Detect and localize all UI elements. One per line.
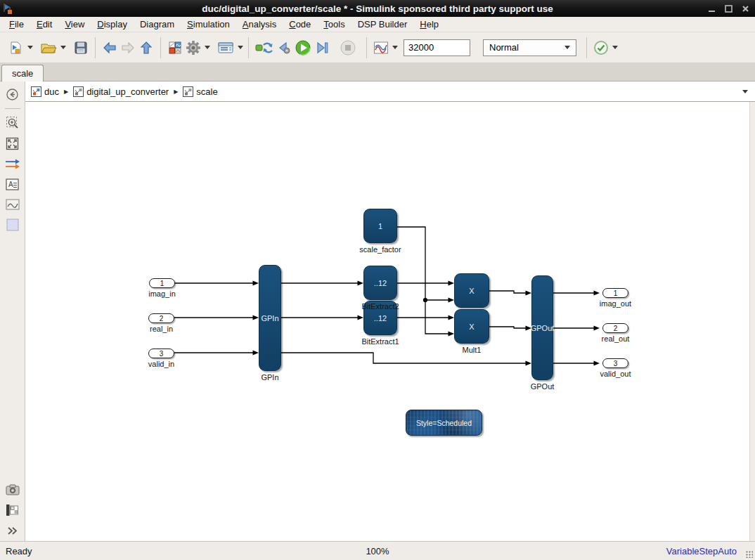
valid_out-label: valid_out [567, 370, 665, 378]
screenshot-camera-icon [6, 484, 20, 495]
area-tool[interactable] [5, 217, 20, 233]
wire-arrowhead [449, 298, 455, 303]
screenshot-tool[interactable] [5, 482, 20, 497]
status-bar: Ready 100% VariableStepAuto [0, 541, 755, 560]
open-button[interactable] [39, 37, 58, 59]
fit-to-view-tool[interactable] [5, 136, 20, 151]
zoom-level: 100% [366, 546, 389, 556]
hide-browser-button[interactable] [5, 86, 20, 102]
imag_in-label: imag_in [113, 289, 212, 298]
breadcrumb-dropdown[interactable] [742, 90, 748, 93]
chevron-down-icon[interactable] [27, 46, 33, 49]
breadcrumb-item-scale[interactable]: scale [183, 86, 217, 97]
scope-viewer-button[interactable] [372, 37, 390, 59]
sim-mode-select[interactable]: Normal [483, 39, 576, 56]
close-button[interactable] [741, 4, 749, 13]
wire[interactable] [489, 291, 527, 293]
wires-layer [25, 102, 755, 541]
save-button[interactable] [72, 37, 90, 59]
step-back-button[interactable] [275, 37, 293, 59]
navigate-back-button[interactable] [101, 37, 119, 59]
breadcrumb-item-digital_up_converter[interactable]: digital_up_converter [73, 86, 169, 97]
breadcrumb-label: duc [44, 86, 59, 97]
tab-scale[interactable]: scale [1, 65, 44, 82]
menu-bar: FileEditViewDisplayDiagramSimulationAnal… [0, 17, 755, 32]
model-config-button[interactable] [216, 37, 235, 59]
wire-arrowhead [253, 351, 259, 356]
route-arrows-icon [5, 158, 20, 169]
menu-edit[interactable]: Edit [30, 18, 58, 31]
library-browser-button[interactable] [166, 37, 184, 59]
stop-time-input[interactable] [404, 39, 470, 56]
save-icon [74, 41, 88, 55]
run-button[interactable] [293, 37, 313, 59]
tab-bar: scale [0, 63, 755, 82]
minimize-button[interactable] [707, 4, 716, 13]
wire-arrowhead [449, 315, 455, 320]
imag_out-label: imag_out [567, 299, 665, 308]
wire[interactable] [489, 327, 527, 328]
menu-simulation[interactable]: Simulation [181, 18, 236, 31]
step-forward-button[interactable] [313, 37, 331, 59]
menu-diagram[interactable]: Diagram [134, 18, 181, 31]
library-link-icon [6, 504, 19, 516]
model-config-icon [217, 41, 234, 55]
expand-palette-button[interactable] [5, 523, 20, 538]
menu-help[interactable]: Help [413, 18, 445, 31]
toolbar: Normal [0, 32, 755, 63]
chevron-down-icon[interactable] [612, 46, 618, 49]
annotation-tool[interactable]: A [5, 176, 20, 192]
GPIn-label: GPIn [221, 373, 319, 382]
navigate-forward-button[interactable] [119, 37, 137, 59]
model-icon [73, 86, 84, 97]
svg-text:A: A [8, 181, 13, 188]
menu-dsp-builder[interactable]: DSP Builder [351, 18, 414, 31]
chevron-down-icon[interactable] [392, 46, 398, 49]
chevron-down-icon[interactable] [60, 46, 66, 49]
menu-analysis[interactable]: Analysis [236, 18, 283, 31]
wire-arrowhead [526, 326, 532, 331]
zoom-region-tool[interactable] [5, 115, 20, 131]
wire[interactable] [397, 227, 449, 300]
update-diagram-button[interactable] [254, 37, 275, 59]
toolbar-separator [366, 37, 367, 58]
maximize-button[interactable] [724, 4, 733, 13]
menu-view[interactable]: View [58, 18, 91, 31]
viewer-tool[interactable] [5, 197, 20, 212]
breadcrumb-arrow-icon: ▶ [174, 89, 178, 95]
wire[interactable] [281, 353, 527, 363]
breadcrumb-item-duc[interactable]: duc [31, 86, 59, 97]
route-signals-tool[interactable] [5, 156, 20, 171]
model-advisor-button[interactable] [592, 37, 610, 59]
forward-arrow-icon [120, 41, 136, 55]
settings-gear-icon [186, 40, 201, 56]
breadcrumb-label: digital_up_converter [86, 86, 169, 97]
check-icon [593, 40, 609, 56]
menu-tools[interactable]: Tools [317, 18, 351, 31]
menu-file[interactable]: File [3, 18, 30, 31]
simulink-model-icon [2, 2, 16, 15]
real_out-label: real_out [567, 334, 665, 343]
chevron-down-icon [564, 46, 570, 49]
menu-code[interactable]: Code [283, 18, 317, 31]
model-icon [183, 86, 193, 97]
back-circle-icon [6, 89, 18, 100]
library-link-tool[interactable] [5, 502, 20, 518]
stop-button[interactable] [338, 37, 358, 59]
resize-grip[interactable] [746, 551, 753, 558]
chevron-down-icon[interactable] [205, 46, 210, 49]
chevron-down-icon[interactable] [238, 46, 243, 49]
wire-arrowhead [358, 281, 364, 286]
status-ready: Ready [6, 546, 32, 556]
up-arrow-icon [139, 41, 153, 55]
new-model-button[interactable] [7, 37, 25, 59]
solver-label[interactable]: VariableStepAuto [666, 546, 737, 556]
window-title: duc/digital_up_converter/scale * - Simul… [202, 4, 553, 14]
viewer-icon [6, 199, 20, 210]
settings-button[interactable] [184, 37, 202, 59]
canvas[interactable]: 1scale_factorGPInGPIn..12BitExtract2..12… [25, 102, 755, 541]
scope-icon [373, 41, 389, 55]
menu-display[interactable]: Display [91, 18, 134, 31]
navigate-up-button[interactable] [137, 37, 155, 59]
annotation-icon: A [6, 178, 19, 190]
